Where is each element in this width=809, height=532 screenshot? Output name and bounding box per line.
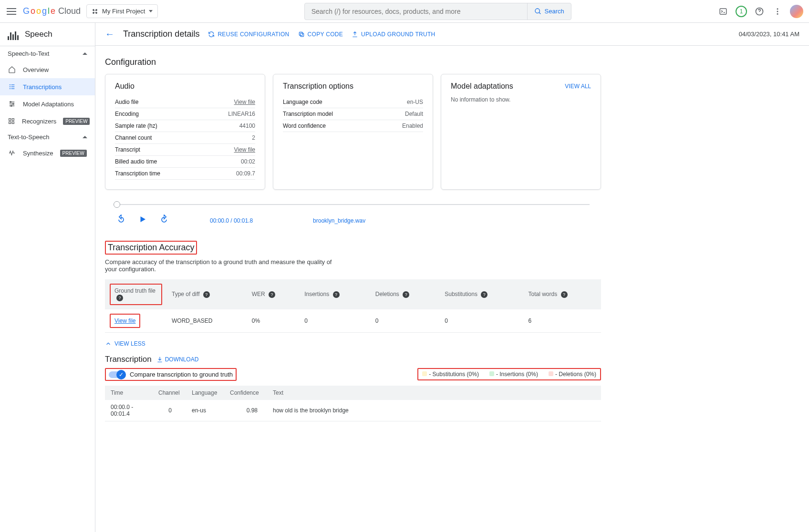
svg-rect-2 [720,9,726,14]
options-card-title: Transcription options [283,82,353,91]
svg-rect-13 [12,122,14,123]
reuse-config-button[interactable]: REUSE CONFIGURATION [208,31,289,38]
wave-icon [8,149,16,157]
sidebar-item-transcriptions[interactable]: Transcriptions [0,78,95,95]
logo-cloud-text: Cloud [58,6,81,16]
svg-point-7 [10,102,11,103]
speech-icon [8,29,19,40]
svg-rect-11 [12,119,14,121]
download-icon [156,356,163,363]
legend-sub: - Substitutions (0%) [422,371,479,378]
cloud-shell-icon[interactable] [717,6,729,17]
upload-gt-button[interactable]: UPLOAD GROUND TRUTH [352,31,436,38]
svg-point-9 [10,105,12,107]
caret-down-icon [149,10,153,12]
svg-point-6 [777,13,778,14]
replay-back-icon[interactable] [116,215,126,226]
compare-toggle[interactable]: ✓ [109,371,125,378]
transcription-row: 00:00.0 - 00:01.4 0 en-us 0.98 how old i… [105,400,601,421]
compare-toggle-highlight: ✓ Compare transcription to ground truth [105,368,237,381]
accuracy-row: View file WORD_BASED 0% 0 0 0 6 [105,309,601,333]
menu-icon[interactable] [6,6,17,17]
more-vert-icon[interactable] [772,6,783,17]
nav-section-tts[interactable]: Text-to-Speech [0,130,95,144]
search-button[interactable]: Search [527,3,571,20]
adapt-card: Model adaptations VIEW ALL No informatio… [441,74,601,190]
top-bar: Google Cloud My First Project Search 1 [0,0,809,23]
config-section-title: Configuration [105,57,601,67]
svg-point-8 [12,103,14,105]
svg-rect-15 [299,32,302,35]
download-button[interactable]: DOWNLOAD [156,356,199,363]
audio-card: Audio Audio fileView file EncodingLINEAR… [105,74,265,190]
legend-highlight: - Substitutions (0%) - Insertions (0%) -… [417,368,601,380]
svg-rect-14 [300,33,303,36]
options-card: Transcription options Language codeen-US… [273,74,433,190]
audio-file-link[interactable]: View file [234,99,255,105]
adapt-empty: No information to show. [451,96,591,103]
svg-rect-10 [9,119,11,121]
compare-label: Compare transcription to ground truth [130,371,233,378]
refresh-icon [208,31,215,38]
search-input[interactable] [305,8,527,15]
chevron-up-icon [83,136,87,138]
topbar-right: 1 [717,5,803,18]
help-icon[interactable]: ? [269,291,275,298]
accuracy-table: Ground truth file ? Type of diff ? WER ?… [105,279,601,333]
view-all-link[interactable]: VIEW ALL [565,83,591,90]
home-icon [8,65,16,74]
legend-ins: - Insertions (0%) [489,371,538,378]
back-arrow-icon[interactable]: ← [105,29,114,40]
content: ← Transcription details REUSE CONFIGURAT… [95,23,809,532]
detail-header: ← Transcription details REUSE CONFIGURAT… [95,23,809,46]
audio-player: 00:00.0 / 00:01.8 brooklyn_bridge.wav [105,204,601,226]
play-icon[interactable] [138,215,147,226]
upload-icon [352,31,358,38]
help-icon[interactable]: ? [203,291,210,298]
chevron-up-icon [105,340,112,347]
project-picker[interactable]: My First Project [86,4,158,18]
project-name: My First Project [102,8,145,15]
sidebar-item-overview[interactable]: Overview [0,61,95,78]
replay-fwd-icon[interactable] [159,215,169,226]
help-icon[interactable]: ? [561,291,568,298]
page-title: Transcription details [123,29,199,39]
copy-code-button[interactable]: COPY CODE [298,31,343,38]
free-trial-badge[interactable]: 1 [736,6,747,17]
accuracy-desc: Compare accuracy of the transcription to… [105,258,343,273]
tune-icon [8,100,16,108]
search-button-label: Search [545,8,564,15]
config-cards: Audio Audio fileView file EncodingLINEAR… [105,74,601,190]
gt-view-file-link[interactable]: View file [114,317,135,324]
player-time: 00:00.0 / 00:01.8 [210,217,253,224]
svg-rect-12 [9,122,11,123]
svg-point-5 [777,10,778,12]
help-icon[interactable]: ? [333,291,340,298]
gcp-logo[interactable]: Google Cloud [23,6,81,16]
help-icon[interactable]: ? [481,291,487,298]
search-box: Search [304,3,571,20]
player-filename: brooklyn_bridge.wav [313,217,365,224]
help-icon[interactable]: ? [116,295,123,301]
chevron-up-icon [83,52,87,55]
avatar[interactable] [790,5,803,18]
transcript-file-link[interactable]: View file [234,146,255,153]
player-thumb[interactable] [114,201,120,208]
grid-icon [8,117,15,125]
help-icon[interactable] [754,6,765,17]
sidebar-item-model-adaptations[interactable]: Model Adaptations [0,95,95,113]
help-icon[interactable]: ? [403,291,409,298]
gt-cell-highlight: View file [110,314,140,328]
copy-icon [298,31,305,38]
accuracy-title: Transcription Accuracy [105,241,197,255]
search-wrap: Search [164,3,712,20]
legend-del: - Deletions (0%) [549,371,596,378]
view-less-button[interactable]: VIEW LESS [105,340,601,347]
sidebar: Speech Speech-to-Text Overview Transcrip… [0,23,95,532]
preview-badge: PREVIEW [60,150,87,157]
sidebar-item-recognizers[interactable]: Recognizers PREVIEW [0,113,95,130]
sidebar-item-synthesize[interactable]: Synthesize PREVIEW [0,144,95,162]
nav-section-stt[interactable]: Speech-to-Text [0,46,95,61]
player-track[interactable] [116,204,590,205]
timestamp: 04/03/2023, 10:41 AM [739,31,799,38]
